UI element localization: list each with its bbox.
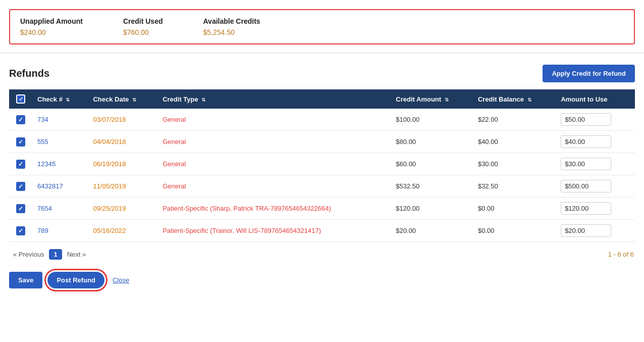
amount-to-use-input[interactable] bbox=[561, 180, 611, 192]
divider bbox=[0, 53, 644, 54]
credit-type: General bbox=[157, 131, 391, 153]
sort-icon: ⇅ bbox=[66, 97, 70, 103]
credit-balance: $30.00 bbox=[473, 153, 556, 175]
amount-to-use-cell bbox=[556, 153, 635, 175]
check-date: 04/04/2018 bbox=[88, 131, 157, 153]
header-credit-type: Credit Type ⇅ bbox=[157, 89, 391, 109]
sort-icon: ⇅ bbox=[527, 97, 531, 103]
table-row: 765409/25/2019Patient-Specific (Sharp, P… bbox=[9, 198, 635, 220]
row-checkbox-cell bbox=[9, 153, 32, 175]
amount-to-use-input[interactable] bbox=[561, 202, 611, 215]
table-row: 73403/07/2018General$100.00$22.00 bbox=[9, 109, 635, 131]
table-row: 643281711/05/2019General$532.50$32.50 bbox=[9, 175, 635, 198]
credit-used-value: $760.00 bbox=[123, 28, 163, 36]
pagination: « Previous 1 Next » 1 - 6 of 6 bbox=[9, 249, 635, 260]
check-date: 09/25/2019 bbox=[88, 198, 157, 220]
credit-amount: $20.00 bbox=[391, 220, 473, 242]
check-date: 06/19/2018 bbox=[88, 153, 157, 175]
post-refund-button[interactable]: Post Refund bbox=[47, 272, 104, 288]
sort-icon: ⇅ bbox=[445, 97, 449, 103]
header-checkbox-col bbox=[9, 89, 32, 109]
current-page[interactable]: 1 bbox=[49, 249, 62, 260]
credit-balance: $0.00 bbox=[473, 220, 556, 242]
table-row: 55504/04/2018General$80.00$40.00 bbox=[9, 131, 635, 153]
footer-buttons: Save Post Refund Close bbox=[9, 272, 635, 288]
check-number: 6432817 bbox=[32, 175, 88, 198]
credit-type: Patient-Specific (Trainor, Will LIS-7897… bbox=[157, 220, 391, 242]
check-number: 7654 bbox=[32, 198, 88, 220]
table-header-row: Check # ⇅ Check Date ⇅ Credit Type ⇅ Cre… bbox=[9, 89, 635, 109]
amount-to-use-cell bbox=[556, 131, 635, 153]
available-credits-label: Available Credits bbox=[203, 17, 260, 25]
unapplied-amount-label: Unapplied Amount bbox=[20, 17, 83, 25]
credit-type: General bbox=[157, 153, 391, 175]
credit-balance: $32.50 bbox=[473, 175, 556, 198]
amount-to-use-input[interactable] bbox=[561, 224, 611, 237]
credit-type: Patient-Specific (Sharp, Patrick TRA-789… bbox=[157, 198, 391, 220]
table-row: 78905/16/2022Patient-Specific (Trainor, … bbox=[9, 220, 635, 242]
refunds-table: Check # ⇅ Check Date ⇅ Credit Type ⇅ Cre… bbox=[9, 89, 635, 242]
available-credits-value: $5,254.50 bbox=[203, 28, 260, 36]
pagination-left: « Previous 1 Next » bbox=[10, 249, 89, 260]
available-credits-col: Available Credits $5,254.50 bbox=[203, 17, 260, 36]
credit-type: General bbox=[157, 175, 391, 198]
apply-credit-button[interactable]: Apply Credit for Refund bbox=[543, 65, 635, 82]
credit-amount: $120.00 bbox=[391, 198, 473, 220]
row-checkbox-cell bbox=[9, 131, 32, 153]
sort-icon: ⇅ bbox=[132, 97, 136, 103]
sort-icon: ⇅ bbox=[201, 97, 205, 103]
check-number: 789 bbox=[32, 220, 88, 242]
check-date: 05/16/2022 bbox=[88, 220, 157, 242]
row-checkbox[interactable] bbox=[16, 115, 25, 124]
row-checkbox-cell bbox=[9, 198, 32, 220]
row-checkbox-cell bbox=[9, 220, 32, 242]
unapplied-amount-value: $240.00 bbox=[20, 28, 83, 36]
check-date: 03/07/2018 bbox=[88, 109, 157, 131]
save-button[interactable]: Save bbox=[9, 272, 42, 288]
credit-balance: $0.00 bbox=[473, 198, 556, 220]
amount-to-use-cell bbox=[556, 220, 635, 242]
header-checkbox[interactable] bbox=[16, 94, 25, 104]
row-checkbox-cell bbox=[9, 175, 32, 198]
credit-amount: $60.00 bbox=[391, 153, 473, 175]
row-checkbox[interactable] bbox=[16, 137, 25, 146]
refunds-header: Refunds Apply Credit for Refund bbox=[9, 65, 635, 82]
row-checkbox[interactable] bbox=[16, 182, 25, 191]
amount-to-use-input[interactable] bbox=[561, 135, 611, 148]
amount-to-use-cell bbox=[556, 109, 635, 131]
close-button[interactable]: Close bbox=[110, 272, 132, 288]
refunds-section: Refunds Apply Credit for Refund Check # … bbox=[9, 65, 635, 260]
check-number: 12345 bbox=[32, 153, 88, 175]
header-credit-amount: Credit Amount ⇅ bbox=[391, 89, 473, 109]
table-body: 73403/07/2018General$100.00$22.0055504/0… bbox=[9, 109, 635, 242]
check-date: 11/05/2019 bbox=[88, 175, 157, 198]
header-amount-to-use: Amount to Use bbox=[556, 89, 635, 109]
refunds-title: Refunds bbox=[9, 68, 49, 79]
credit-used-label: Credit Used bbox=[123, 17, 163, 25]
pagination-range: 1 - 6 of 6 bbox=[608, 251, 634, 258]
header-check-num: Check # ⇅ bbox=[32, 89, 88, 109]
credit-amount: $532.50 bbox=[391, 175, 473, 198]
row-checkbox[interactable] bbox=[16, 160, 25, 169]
check-number: 734 bbox=[32, 109, 88, 131]
row-checkbox[interactable] bbox=[16, 226, 25, 235]
unapplied-amount-col: Unapplied Amount $240.00 bbox=[20, 17, 83, 36]
header-credit-balance: Credit Balance ⇅ bbox=[473, 89, 556, 109]
credit-balance: $22.00 bbox=[473, 109, 556, 131]
credit-amount: $80.00 bbox=[391, 131, 473, 153]
credit-type: General bbox=[157, 109, 391, 131]
previous-button[interactable]: « Previous bbox=[10, 250, 47, 259]
row-checkbox[interactable] bbox=[16, 204, 25, 213]
check-number: 555 bbox=[32, 131, 88, 153]
credit-used-col: Credit Used $760.00 bbox=[123, 17, 163, 36]
header-check-date: Check Date ⇅ bbox=[88, 89, 157, 109]
amount-to-use-input[interactable] bbox=[561, 158, 611, 170]
next-button[interactable]: Next » bbox=[64, 250, 89, 259]
amount-to-use-cell bbox=[556, 198, 635, 220]
amount-to-use-input[interactable] bbox=[561, 113, 611, 126]
table-row: 1234506/19/2018General$60.00$30.00 bbox=[9, 153, 635, 175]
row-checkbox-cell bbox=[9, 109, 32, 131]
summary-box: Unapplied Amount $240.00 Credit Used $76… bbox=[9, 9, 635, 44]
amount-to-use-cell bbox=[556, 175, 635, 198]
credit-amount: $100.00 bbox=[391, 109, 473, 131]
